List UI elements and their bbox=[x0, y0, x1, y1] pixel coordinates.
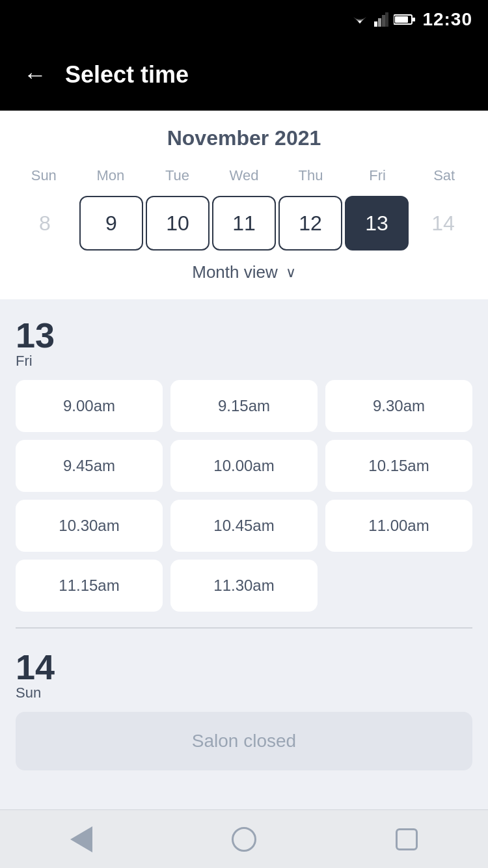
time-slot-1000[interactable]: 10.00am bbox=[170, 440, 318, 492]
time-slot-1045[interactable]: 10.45am bbox=[170, 500, 318, 552]
status-time: 12:30 bbox=[422, 9, 472, 30]
month-view-toggle[interactable]: Month view ∨ bbox=[10, 253, 478, 289]
app-header: ← Select time bbox=[0, 39, 488, 111]
time-slot-1030[interactable]: 10.30am bbox=[16, 500, 163, 552]
cal-day-14[interactable]: 14 bbox=[411, 196, 475, 251]
status-icons bbox=[351, 12, 416, 27]
svg-rect-0 bbox=[374, 21, 377, 27]
time-slot-900[interactable]: 9.00am bbox=[16, 380, 163, 432]
status-bar: 12:30 bbox=[0, 0, 488, 39]
back-triangle-icon bbox=[70, 826, 92, 852]
day-label-14: 14 Sun bbox=[16, 649, 472, 701]
nav-home-button[interactable] bbox=[224, 820, 264, 859]
svg-rect-3 bbox=[385, 12, 388, 27]
day-section-14: 14 Sun Salon closed bbox=[0, 631, 488, 783]
calendar-row: 8 9 10 11 12 13 14 bbox=[10, 193, 478, 253]
battery-icon bbox=[394, 14, 416, 25]
day-header-wed: Wed bbox=[211, 163, 278, 188]
day-section-13: 13 Fri 9.00am 9.15am 9.30am 9.45am 10.00… bbox=[0, 299, 488, 625]
month-view-label: Month view bbox=[192, 262, 278, 282]
day-name-sun: Sun bbox=[16, 685, 41, 701]
page-title: Select time bbox=[65, 61, 189, 88]
svg-rect-1 bbox=[378, 18, 381, 27]
wifi-icon bbox=[351, 13, 369, 26]
time-grid-13: 9.00am 9.15am 9.30am 9.45am 10.00am 10.1… bbox=[16, 380, 472, 612]
section-divider bbox=[16, 627, 472, 629]
day-header-mon: Mon bbox=[77, 163, 144, 188]
day-number-13: 13 bbox=[16, 318, 55, 353]
back-button[interactable]: ← bbox=[23, 61, 47, 88]
bottom-nav bbox=[0, 809, 488, 868]
day-header-fri: Fri bbox=[344, 163, 411, 188]
cal-day-11[interactable]: 11 bbox=[212, 196, 276, 251]
cal-day-9[interactable]: 9 bbox=[79, 196, 143, 251]
svg-rect-2 bbox=[382, 15, 385, 27]
time-slot-930[interactable]: 9.30am bbox=[325, 380, 472, 432]
nav-back-button[interactable] bbox=[62, 820, 101, 859]
time-slot-915[interactable]: 9.15am bbox=[170, 380, 318, 432]
svg-rect-6 bbox=[413, 18, 415, 21]
day-header-tue: Tue bbox=[144, 163, 211, 188]
chevron-down-icon: ∨ bbox=[286, 264, 296, 281]
day-header-sun: Sun bbox=[10, 163, 77, 188]
recents-square-icon bbox=[396, 828, 418, 850]
day-label-13: 13 Fri bbox=[16, 318, 472, 370]
time-slot-1015[interactable]: 10.15am bbox=[325, 440, 472, 492]
cal-day-10[interactable]: 10 bbox=[146, 196, 210, 251]
home-circle-icon bbox=[232, 827, 256, 852]
time-slot-1115[interactable]: 11.15am bbox=[16, 560, 163, 612]
timeslots-section: 13 Fri 9.00am 9.15am 9.30am 9.45am 10.00… bbox=[0, 299, 488, 809]
salon-closed-box: Salon closed bbox=[16, 712, 472, 770]
cal-day-12[interactable]: 12 bbox=[278, 196, 342, 251]
calendar-section: November 2021 Sun Mon Tue Wed Thu Fri Sa… bbox=[0, 111, 488, 299]
day-header-thu: Thu bbox=[277, 163, 344, 188]
nav-recents-button[interactable] bbox=[387, 820, 426, 859]
svg-rect-5 bbox=[395, 16, 408, 23]
cal-day-13[interactable]: 13 bbox=[345, 196, 409, 251]
day-headers: Sun Mon Tue Wed Thu Fri Sat bbox=[10, 163, 478, 188]
cal-day-8[interactable]: 8 bbox=[13, 196, 77, 251]
signal-icon bbox=[374, 12, 388, 27]
calendar-month: November 2021 bbox=[10, 126, 478, 150]
time-slot-945[interactable]: 9.45am bbox=[16, 440, 163, 492]
time-slot-1100[interactable]: 11.00am bbox=[325, 500, 472, 552]
time-slot-1130[interactable]: 11.30am bbox=[170, 560, 318, 612]
day-number-14: 14 bbox=[16, 649, 55, 685]
day-name-fri: Fri bbox=[16, 353, 33, 370]
day-header-sat: Sat bbox=[411, 163, 478, 188]
